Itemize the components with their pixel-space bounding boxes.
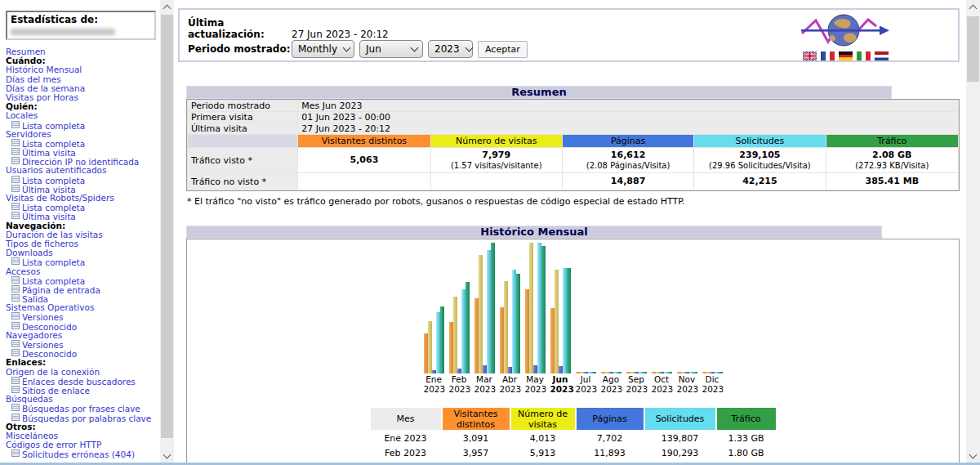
select-month[interactable]: Jun xyxy=(359,40,423,58)
flag-uk[interactable] xyxy=(803,51,817,60)
sidebar-item[interactable]: Visitas de Robots/Spiders xyxy=(6,194,160,203)
monthly-cell: 11,893 xyxy=(577,446,644,459)
sidebar-item-label: Versiones xyxy=(22,312,64,322)
sidebar-item[interactable]: Sistemas Operativos xyxy=(6,303,160,312)
flag-fr[interactable] xyxy=(821,51,835,60)
chart-bar xyxy=(567,268,571,373)
sidebar-scrollbar[interactable] xyxy=(160,0,174,463)
chart-month-label: Nov2023 xyxy=(677,375,697,394)
chevron-up-icon xyxy=(969,4,978,12)
monthly-column-header: Solicitudes xyxy=(645,408,715,430)
sidebar-item-label: Misceláneos xyxy=(6,431,58,440)
flag-nl[interactable] xyxy=(875,51,889,60)
sidebar-item[interactable]: Servidores xyxy=(6,130,160,139)
submenu-icon xyxy=(11,176,20,183)
sidebar-item-label: Otros: xyxy=(6,422,36,431)
scroll-down-button[interactable] xyxy=(160,449,174,463)
chart-month-group xyxy=(601,372,621,373)
sidebar-item[interactable]: Usuarios autentificados xyxy=(6,166,160,175)
main-scrollbar[interactable] xyxy=(966,0,980,463)
sidebar-item[interactable]: Búsquedas xyxy=(6,395,160,404)
sidebar-item[interactable]: Versiones xyxy=(6,340,160,349)
submenu-icon xyxy=(11,139,20,146)
sidebar-item-label: Visitas de Robots/Spiders xyxy=(6,193,114,203)
summary-column-header: Solicitudes xyxy=(694,135,825,147)
accept-button[interactable]: Aceptar xyxy=(478,41,528,58)
sidebar-item[interactable]: Versiones xyxy=(6,312,160,321)
chart-bar xyxy=(440,306,444,373)
summary-info-row: Primera visita01 Jun 2023 - 00:00 xyxy=(188,112,958,123)
sidebar-item[interactable]: Enlaces desde buscadores xyxy=(6,377,160,386)
flag-it[interactable] xyxy=(857,51,871,60)
scroll-up-button[interactable] xyxy=(966,0,980,14)
sidebar-item[interactable]: Página de entrada xyxy=(6,285,160,294)
site-box: Estadísticas de: xyxy=(6,11,156,40)
monthly-cell: Feb 2023 xyxy=(371,446,441,459)
select-period-type[interactable]: Monthly xyxy=(292,40,354,58)
chart-bar xyxy=(592,372,596,373)
sidebar-item-label: Búsquedas xyxy=(6,394,53,404)
sidebar-item[interactable]: Códigos de error HTTP xyxy=(6,440,160,449)
sidebar-item[interactable]: Locales xyxy=(6,111,160,120)
monthly-history-box: Ene2023Feb2023Mar2023Abr2023May2023Jun20… xyxy=(186,239,960,463)
sidebar-item[interactable]: Navegadores xyxy=(6,331,160,340)
sidebar-item[interactable]: Origen de la conexión xyxy=(6,368,160,377)
sidebar-item[interactable]: Última visita xyxy=(6,148,160,157)
summary-column-header: Tráfico xyxy=(826,135,958,147)
chevron-down-icon xyxy=(969,450,978,458)
sidebar-item[interactable]: Solicitudes erróneas (404) xyxy=(6,449,160,458)
chart-bar xyxy=(516,274,520,373)
select-value: Jun xyxy=(366,43,381,55)
submenu-icon xyxy=(11,121,20,128)
summary-footnote: * El tráfico "no visto" es tráfico gener… xyxy=(187,196,966,207)
chart-bar xyxy=(491,243,495,373)
submenu-icon xyxy=(11,349,20,356)
sidebar-item[interactable]: Downloads xyxy=(6,248,160,257)
monthly-cell: 7,702 xyxy=(577,431,644,445)
sidebar-item-label: Última visita xyxy=(22,148,76,158)
sidebar-item-label: Cuándo: xyxy=(6,56,46,65)
period-row: Periodo mostrado:MonthlyJun2023Aceptar xyxy=(188,40,528,58)
sidebar-scrollbar-thumb[interactable] xyxy=(161,15,173,438)
summary-data-row: Tráfico visto *5,0637,979(1.57 visitas/v… xyxy=(188,148,958,172)
main-scrollbar-thumb[interactable] xyxy=(967,16,979,82)
sidebar-item-label: Búsquedas por palabras clave xyxy=(22,414,151,423)
chart-month-label: Ago2023 xyxy=(601,375,621,394)
sidebar-item-label: Lista completa xyxy=(22,203,85,212)
flag-de[interactable] xyxy=(839,51,853,60)
sidebar-item[interactable]: Lista completa xyxy=(6,139,160,148)
sidebar-item-label: Navegación: xyxy=(6,221,65,230)
summary-value-cell: 14,887 xyxy=(563,173,693,190)
summary-value-cell: 2.08 GB(272.93 KB/Visita) xyxy=(826,148,958,172)
sidebar-item-label: Códigos de error HTTP xyxy=(6,440,101,449)
sidebar-item-label: Histórico Mensual xyxy=(6,65,82,74)
sidebar-item[interactable]: Lista completa xyxy=(6,176,160,185)
sidebar-item-label: Solicitudes erróneas (404) xyxy=(22,449,135,459)
awstats-logo[interactable] xyxy=(800,12,891,48)
sidebar-item[interactable]: Accesos xyxy=(6,267,160,276)
sidebar-item-label: Origen de la conexión xyxy=(6,367,100,377)
summary-column-header: Número de visitas xyxy=(431,135,562,147)
submenu-icon xyxy=(11,377,20,384)
scroll-down-button[interactable] xyxy=(966,449,980,463)
sidebar-item-label: Navegadores xyxy=(6,330,62,340)
value-main: 42,215 xyxy=(697,176,822,187)
chevron-down-icon xyxy=(163,450,172,458)
sidebar-item-label: Quién: xyxy=(6,101,38,111)
sidebar-nav: ResumenCuándo:Histórico MensualDías del … xyxy=(0,47,160,458)
submenu-icon xyxy=(11,276,20,284)
sidebar-item[interactable]: Búsquedas por frases clave xyxy=(6,404,160,413)
sidebar-item-label: Versiones xyxy=(22,340,64,350)
sidebar-item[interactable]: Lista completa xyxy=(6,203,160,212)
period-selects: MonthlyJun2023 xyxy=(292,43,478,55)
select-year[interactable]: 2023 xyxy=(428,40,473,58)
summary-info-row: Última visita27 Jun 2023 - 20:12 xyxy=(188,123,958,134)
scroll-up-button[interactable] xyxy=(160,0,174,14)
monthly-cell: 5,913 xyxy=(511,446,575,459)
monthly-column-header: Páginas xyxy=(577,408,644,430)
sidebar-item-label: Locales xyxy=(6,110,38,120)
sidebar-item[interactable]: Lista completa xyxy=(6,276,160,285)
summary-row-label: Tráfico visto * xyxy=(188,148,297,172)
chart-month-group xyxy=(500,270,520,373)
chart-month-label: Feb2023 xyxy=(449,375,470,394)
